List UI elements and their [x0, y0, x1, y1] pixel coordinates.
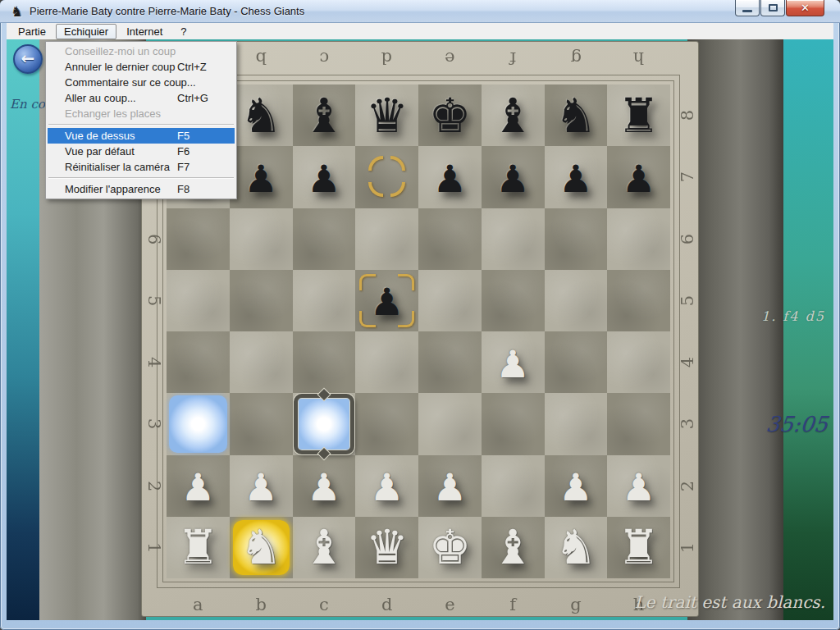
square-e3[interactable]	[418, 393, 482, 454]
square-b8[interactable]	[230, 84, 293, 146]
coord-rank-8-right: 8	[656, 104, 718, 127]
app-window: ♞ Pierre-Marie Baty contre Pierre-Marie …	[0, 0, 840, 630]
square-e6[interactable]	[418, 208, 482, 270]
coord-rank-6-right: 6	[656, 227, 718, 250]
menu-item-aller-au-coup[interactable]: Aller au coup...Ctrl+G	[48, 90, 235, 106]
coord-file-h-top: h	[607, 47, 670, 70]
gold-corner-br-icon	[398, 311, 414, 327]
square-f8[interactable]	[482, 84, 545, 146]
coord-rank-1-right: 1	[656, 536, 718, 559]
close-button[interactable]: ✕	[786, 0, 824, 16]
square-b5[interactable]	[230, 270, 293, 331]
menubar-item-item[interactable]: ?	[172, 24, 194, 39]
square-f3[interactable]	[482, 393, 545, 454]
menubar-item-echiquier[interactable]: Echiquier	[56, 24, 116, 39]
menubar-item-partie[interactable]: Partie	[10, 24, 54, 39]
square-d4[interactable]	[355, 331, 418, 393]
back-button[interactable]: ←	[13, 44, 43, 74]
square-e1[interactable]	[418, 517, 482, 578]
coord-rank-4-left: 4	[123, 351, 185, 374]
title-bar[interactable]: ♞ Pierre-Marie Baty contre Pierre-Marie …	[0, 0, 840, 23]
menu-item-reinitialiser-la-camera[interactable]: Réinitialiser la caméraF7	[48, 159, 235, 175]
square-g8[interactable]	[545, 84, 608, 146]
square-c2[interactable]	[293, 455, 356, 517]
square-d2[interactable]	[355, 455, 418, 517]
coord-file-c-bottom: c	[293, 593, 356, 616]
gold-chevron-tl-icon	[368, 156, 383, 171]
square-b3[interactable]	[230, 393, 293, 454]
gold-chevron-tr-icon	[390, 156, 405, 171]
square-g2[interactable]	[545, 455, 608, 517]
menu-separator	[48, 124, 234, 126]
square-f1[interactable]	[482, 517, 545, 578]
square-e7[interactable]	[418, 146, 482, 208]
square-g3[interactable]	[545, 393, 608, 454]
coord-file-g-bottom: g	[545, 593, 608, 616]
menu-item-shortcut: F7	[177, 161, 223, 173]
menu-item-shortcut: F6	[177, 145, 223, 158]
square-c7[interactable]	[293, 146, 356, 208]
menu-bar: PartieEchiquierInternet?	[7, 23, 833, 39]
highlight-hovered-target-c3[interactable]	[293, 393, 356, 454]
coord-file-d-bottom: d	[355, 593, 418, 616]
coord-rank-3-left: 3	[123, 413, 185, 436]
square-e8[interactable]	[418, 84, 482, 146]
coord-file-e-bottom: e	[418, 593, 482, 616]
menu-item-conseillez-moi-un-coup[interactable]: Conseillez-moi un coup	[48, 43, 235, 59]
menu-item-vue-de-dessus[interactable]: Vue de dessusF5	[48, 128, 235, 144]
square-c6[interactable]	[293, 208, 356, 270]
back-arrow-icon: ←	[21, 50, 35, 66]
square-b6[interactable]	[230, 208, 293, 270]
square-f2[interactable]	[482, 455, 545, 517]
menu-item-shortcut: Ctrl+G	[177, 92, 223, 104]
app-icon-chess-knight: ♞	[11, 3, 23, 20]
menu-item-label: Conseillez-moi un coup	[65, 45, 177, 57]
menu-item-echanger-les-places[interactable]: Echanger les places	[48, 106, 235, 121]
menu-item-modifier-l-apparence[interactable]: Modifier l'apparenceF8	[48, 181, 235, 197]
square-f6[interactable]	[482, 208, 545, 270]
square-d6[interactable]	[355, 208, 418, 270]
minimize-button[interactable]	[735, 0, 760, 16]
coord-file-g-top: g	[545, 47, 608, 70]
gold-chevron-br-icon	[390, 182, 405, 197]
menubar-item-internet[interactable]: Internet	[118, 24, 171, 39]
square-f4[interactable]	[482, 331, 545, 393]
square-c5[interactable]	[293, 270, 356, 331]
marker-last-move-from-d7[interactable]	[355, 146, 418, 208]
square-g7[interactable]	[545, 146, 608, 208]
coord-file-b-bottom: b	[230, 593, 293, 616]
square-d1[interactable]	[355, 517, 418, 578]
menu-item-vue-par-defaut[interactable]: Vue par défautF6	[48, 144, 235, 159]
square-g6[interactable]	[545, 208, 608, 270]
menu-item-label: Réinitialiser la caméra	[65, 161, 177, 173]
turn-status: Le trait est aux blancs.	[634, 592, 825, 612]
gold-corner-tl-icon	[359, 274, 376, 290]
menu-item-commentaire-sur-ce-coup[interactable]: Commentaire sur ce coup...	[48, 75, 235, 90]
square-d8[interactable]	[355, 84, 418, 146]
window-title: Pierre-Marie Baty contre Pierre-Marie Ba…	[30, 5, 304, 17]
square-c1[interactable]	[293, 517, 356, 578]
square-b4[interactable]	[230, 331, 293, 393]
highlight-selected-b1[interactable]	[230, 517, 293, 578]
square-g5[interactable]	[545, 270, 608, 331]
maximize-button[interactable]	[760, 0, 785, 16]
coord-rank-3-right: 3	[656, 413, 718, 436]
square-c8[interactable]	[293, 84, 356, 146]
square-e2[interactable]	[418, 455, 482, 517]
menu-item-annuler-le-dernier-coup[interactable]: Annuler le dernier coupCtrl+Z	[48, 59, 235, 75]
square-b7[interactable]	[230, 146, 293, 208]
coord-rank-2-left: 2	[123, 474, 185, 497]
square-g1[interactable]	[545, 517, 608, 578]
square-f5[interactable]	[482, 270, 545, 331]
menu-item-shortcut: F8	[177, 183, 223, 195]
square-d3[interactable]	[355, 393, 418, 454]
square-b2[interactable]	[230, 455, 293, 517]
gold-corner-tr-icon	[398, 274, 414, 290]
coord-file-e-top: e	[418, 47, 482, 70]
square-c4[interactable]	[293, 331, 356, 393]
square-g4[interactable]	[545, 331, 608, 393]
square-e4[interactable]	[418, 331, 482, 393]
square-e5[interactable]	[418, 270, 482, 331]
square-f7[interactable]	[482, 146, 545, 208]
marker-last-move-to-d5[interactable]	[355, 270, 418, 331]
